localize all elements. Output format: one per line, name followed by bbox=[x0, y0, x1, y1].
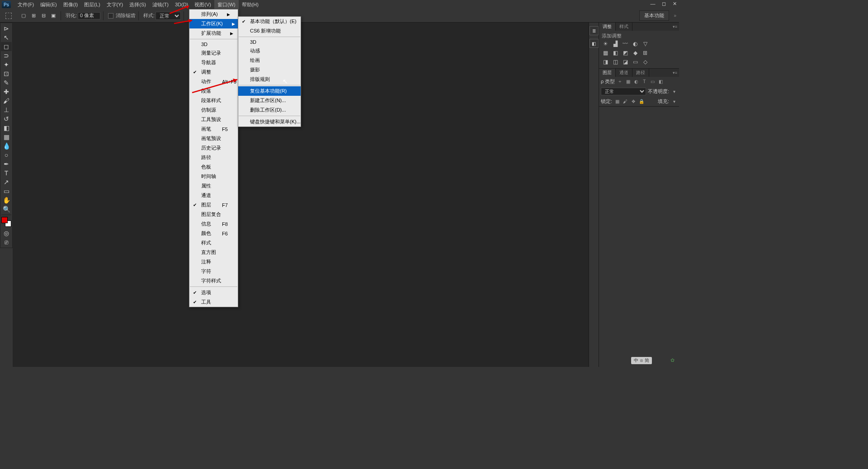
filter-type-icon[interactable]: T bbox=[641, 79, 647, 84]
menu-item-[interactable]: 信息F8 bbox=[189, 219, 238, 229]
type-tool[interactable]: T bbox=[1, 169, 12, 178]
menu-item-[interactable]: 摄影 bbox=[238, 65, 301, 75]
blur-tool[interactable]: 💧 bbox=[1, 141, 12, 150]
menu-item-[interactable]: 通道 bbox=[189, 191, 238, 200]
menu-item-[interactable]: 扩展功能▶ bbox=[189, 28, 238, 38]
menu-item-3D[interactable]: 3D bbox=[238, 38, 301, 46]
curves-icon[interactable]: 〰 bbox=[622, 41, 629, 47]
subtract-selection-icon[interactable]: ⊟ bbox=[39, 11, 48, 20]
menu-item-CS6[interactable]: CS6 新增功能 bbox=[238, 26, 301, 36]
minimize-button[interactable]: — bbox=[650, 1, 656, 6]
close-button[interactable]: ✕ bbox=[672, 1, 677, 6]
menu-item-[interactable]: 段落样式 bbox=[189, 96, 238, 105]
menu-item-[interactable]: 字符 bbox=[189, 267, 238, 276]
eraser-tool[interactable]: ◧ bbox=[1, 123, 12, 132]
menu-item-[interactable]: 图层复合 bbox=[189, 210, 238, 219]
expand-panels-icon[interactable]: » bbox=[674, 13, 676, 18]
menu-item-[interactable]: 属性 bbox=[189, 181, 238, 191]
gradient-tool[interactable]: ▦ bbox=[1, 132, 12, 141]
lock-all-icon[interactable]: 🔒 bbox=[638, 99, 645, 104]
history-brush-tool[interactable]: ↺ bbox=[1, 114, 12, 123]
styles-tab[interactable]: 样式 bbox=[616, 23, 632, 31]
layers-menu-icon[interactable]: ▾≡ bbox=[671, 70, 679, 75]
style-select[interactable]: 正常 bbox=[156, 12, 181, 20]
tool-preset-icon[interactable] bbox=[5, 13, 12, 19]
workspace-switcher[interactable]: 基本功能 bbox=[639, 10, 669, 21]
eyedropper-tool[interactable]: ✎ bbox=[1, 78, 12, 87]
menu-item-[interactable]: 排版规则 bbox=[238, 75, 301, 84]
bw-icon[interactable]: ◧ bbox=[612, 50, 619, 56]
color-swatches[interactable] bbox=[1, 217, 11, 227]
heal-tool[interactable]: ✚ bbox=[1, 87, 12, 96]
filter-smart-icon[interactable]: ◧ bbox=[657, 79, 664, 84]
move-tool[interactable]: ↖ bbox=[1, 33, 12, 42]
menu-item-[interactable]: ✔图层F7 bbox=[189, 200, 238, 210]
menu-item-[interactable]: 动感 bbox=[238, 46, 301, 56]
menu-item-R[interactable]: 复位基本功能(R) bbox=[238, 86, 301, 96]
menu-item-[interactable]: 时间轴 bbox=[189, 172, 238, 181]
foreground-color[interactable] bbox=[1, 217, 8, 223]
history-panel-icon[interactable]: ≣ bbox=[590, 26, 599, 35]
selective-color-icon[interactable]: ◇ bbox=[642, 59, 649, 65]
menu-item-[interactable]: 注释 bbox=[189, 257, 238, 267]
menu-select[interactable]: 选择(S) bbox=[126, 0, 149, 9]
crop-tool[interactable]: ⊡ bbox=[1, 69, 12, 78]
layers-tab[interactable]: 图层 bbox=[599, 69, 616, 77]
invert-icon[interactable]: ◨ bbox=[602, 59, 609, 65]
menu-view[interactable]: 视图(V) bbox=[191, 0, 214, 9]
menu-item-[interactable]: 工具预设 bbox=[189, 115, 238, 124]
dodge-tool[interactable]: ○ bbox=[1, 150, 12, 159]
menu-item-[interactable]: 测量记录 bbox=[189, 48, 238, 58]
lock-pos-icon[interactable]: ✥ bbox=[630, 99, 637, 104]
gradient-map-icon[interactable]: ▭ bbox=[632, 59, 639, 65]
pen-tool[interactable]: ✒ bbox=[1, 159, 12, 169]
menu-item-[interactable]: 字符样式 bbox=[189, 276, 238, 286]
menu-item-[interactable]: 直方图 bbox=[189, 248, 238, 257]
menu-layer[interactable]: 图层(L) bbox=[81, 0, 103, 9]
blend-mode-select[interactable]: 正常 bbox=[601, 88, 646, 95]
wand-tool[interactable]: ✦ bbox=[1, 60, 12, 69]
lock-trans-icon[interactable]: ▦ bbox=[614, 99, 620, 104]
properties-panel-icon[interactable]: ◧ bbox=[590, 39, 599, 48]
channels-tab[interactable]: 通道 bbox=[616, 69, 632, 77]
menu-filter[interactable]: 滤镜(T) bbox=[149, 0, 172, 9]
stamp-tool[interactable]: ⊥ bbox=[1, 105, 12, 114]
antialias-checkbox[interactable] bbox=[108, 13, 113, 19]
paths-tab[interactable]: 路径 bbox=[632, 69, 649, 77]
menu-item-D[interactable]: 删除工作区(D)... bbox=[238, 105, 301, 115]
collapse-icon[interactable]: ⊳ bbox=[1, 24, 12, 33]
menu-item-3D[interactable]: 3D bbox=[189, 40, 238, 48]
hue-icon[interactable]: ▦ bbox=[602, 50, 609, 56]
menu-item-E[interactable]: ✔基本功能（默认）(E) bbox=[238, 17, 301, 26]
menu-item-[interactable]: ✔工具 bbox=[189, 297, 238, 307]
menu-item-[interactable]: 路径 bbox=[189, 153, 238, 162]
menu-item-[interactable]: 颜色F6 bbox=[189, 229, 238, 238]
panel-menu-icon[interactable]: ▾≡ bbox=[671, 24, 679, 29]
filter-shape-icon[interactable]: ▭ bbox=[649, 79, 656, 84]
hand-tool[interactable]: ✋ bbox=[1, 196, 12, 205]
menu-item-[interactable]: 导航器 bbox=[189, 58, 238, 67]
path-select-tool[interactable]: ↗ bbox=[1, 178, 12, 187]
adjustments-tab[interactable]: 调整 bbox=[599, 23, 616, 31]
vibrance-icon[interactable]: ▽ bbox=[642, 41, 649, 47]
menu-item-[interactable]: 样式 bbox=[189, 238, 238, 248]
opacity-dropdown-icon[interactable]: ▾ bbox=[671, 89, 677, 94]
filter-dropdown-icon[interactable]: ÷ bbox=[617, 79, 623, 84]
menu-item-K[interactable]: 工作区(K)▶ bbox=[189, 19, 238, 28]
photo-filter-icon[interactable]: ◩ bbox=[622, 50, 629, 56]
menu-item-[interactable]: 色板 bbox=[189, 162, 238, 172]
filter-pixel-icon[interactable]: ▦ bbox=[625, 79, 631, 84]
menu-item-[interactable]: 仿制源 bbox=[189, 105, 238, 115]
new-selection-icon[interactable]: ▢ bbox=[19, 11, 28, 20]
menu-item-K[interactable]: 键盘快捷键和菜单(K)... bbox=[238, 117, 301, 127]
add-selection-icon[interactable]: ⊞ bbox=[29, 11, 38, 20]
brush-tool[interactable]: 🖌 bbox=[1, 96, 12, 105]
screenmode-tool[interactable]: ⎚ bbox=[1, 238, 12, 247]
menu-item-N[interactable]: 新建工作区(N)... bbox=[238, 96, 301, 105]
menu-edit[interactable]: 编辑(E) bbox=[37, 0, 60, 9]
feather-input[interactable] bbox=[78, 12, 100, 19]
threshold-icon[interactable]: ◪ bbox=[622, 59, 629, 65]
fill-dropdown-icon[interactable]: ▾ bbox=[671, 99, 677, 104]
lock-image-icon[interactable]: 🖌 bbox=[622, 99, 628, 104]
menu-item-[interactable]: 画笔预设 bbox=[189, 134, 238, 143]
